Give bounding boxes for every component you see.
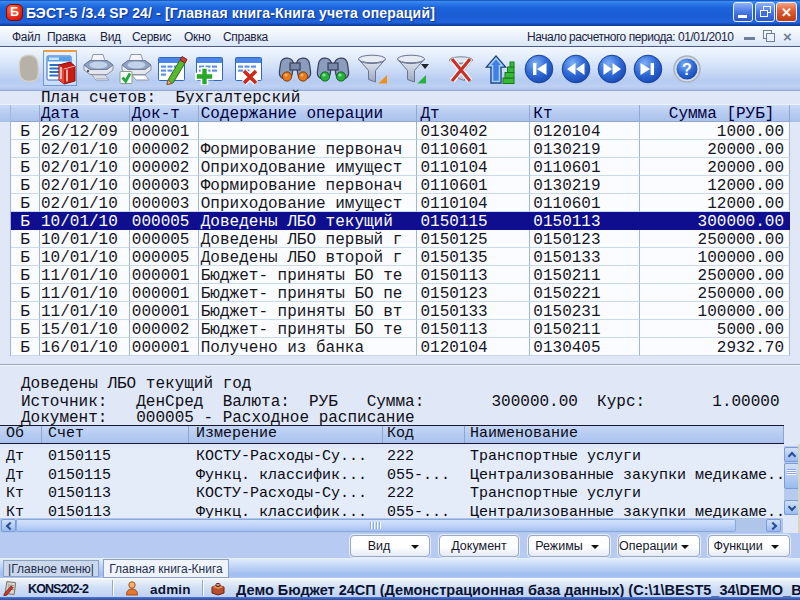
svg-text:?: ?	[682, 61, 692, 78]
